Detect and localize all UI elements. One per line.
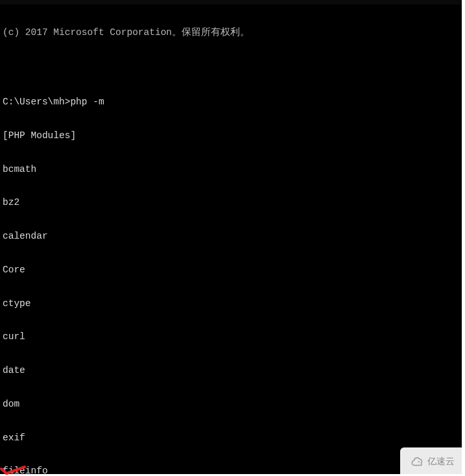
- module-line: curl: [3, 331, 459, 342]
- watermark-badge: 亿速云: [400, 447, 465, 476]
- watermark-text: 亿速云: [427, 456, 455, 468]
- php-modules-header: [PHP Modules]: [3, 130, 459, 141]
- module-line: exif: [3, 433, 459, 444]
- copyright-line: (c) 2017 Microsoft Corporation。保留所有权利。: [3, 27, 459, 38]
- module-line: Core: [3, 265, 459, 276]
- module-line: fileinfo: [3, 466, 459, 476]
- cloud-icon: [411, 455, 425, 469]
- terminal-window[interactable]: (c) 2017 Microsoft Corporation。保留所有权利。 C…: [0, 0, 462, 474]
- blank-line: [3, 63, 459, 74]
- module-line: calendar: [3, 231, 459, 242]
- module-line: ctype: [3, 298, 459, 309]
- red-check-annotation: [0, 442, 26, 451]
- module-line: dom: [3, 399, 459, 410]
- module-line: date: [3, 365, 459, 376]
- svg-point-0: [418, 461, 420, 462]
- module-line: bcmath: [3, 164, 459, 175]
- module-line: bz2: [3, 197, 459, 208]
- command-prompt-line: C:\Users\mh>php -m: [3, 97, 459, 108]
